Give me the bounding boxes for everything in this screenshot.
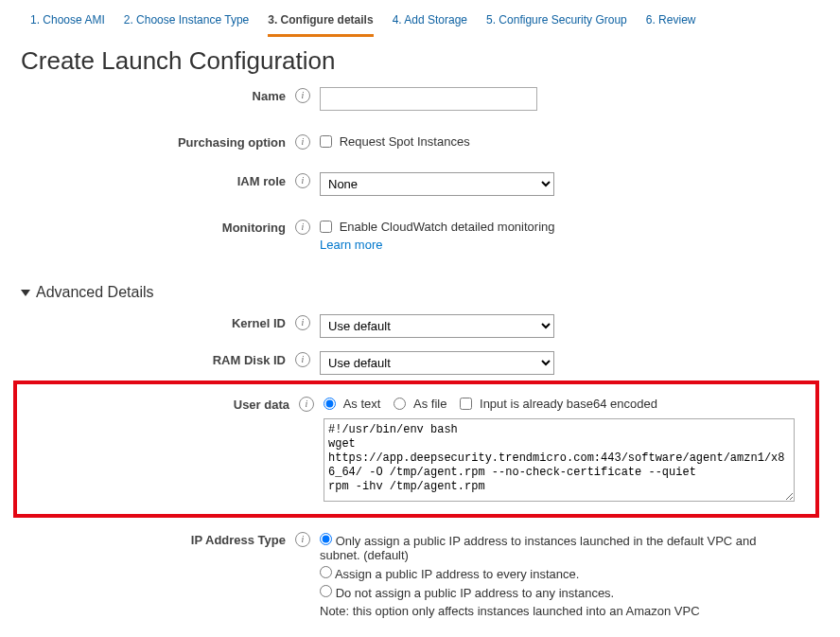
kernel-label: Kernel ID xyxy=(21,312,295,330)
advanced-heading-text: Advanced Details xyxy=(36,284,154,301)
purchasing-label: Purchasing option xyxy=(21,132,295,150)
info-icon[interactable]: i xyxy=(295,173,310,188)
step-review[interactable]: 6. Review xyxy=(646,8,696,37)
userdata-textarea[interactable] xyxy=(324,418,795,502)
kernel-select[interactable]: Use default xyxy=(320,314,554,338)
row-purchasing: Purchasing option i Request Spot Instanc… xyxy=(21,116,819,155)
iptype-radio-every[interactable] xyxy=(320,566,332,578)
row-linkvpc: Link to VPC i xyxy=(21,624,819,637)
userdata-highlight: User data i As text As file Input is alr… xyxy=(13,380,819,518)
info-icon[interactable]: i xyxy=(295,220,310,235)
info-icon[interactable]: i xyxy=(299,397,314,412)
learn-more-link[interactable]: Learn more xyxy=(320,238,382,252)
row-ramdisk: RAM Disk ID i Use default xyxy=(21,344,819,380)
step-configure-details[interactable]: 3. Configure details xyxy=(268,8,373,37)
step-choose-ami[interactable]: 1. Choose AMI xyxy=(30,8,105,37)
row-name: Name i xyxy=(21,80,819,116)
info-icon[interactable]: i xyxy=(295,315,310,330)
iptype-radio-default[interactable] xyxy=(320,533,332,545)
caret-down-icon[interactable] xyxy=(21,290,30,296)
row-kernel: Kernel ID i Use default xyxy=(21,307,819,344)
info-icon[interactable]: i xyxy=(295,134,310,150)
advanced-header[interactable]: Advanced Details xyxy=(0,265,840,307)
iptype-note: Note: this option only affects instances… xyxy=(320,602,793,618)
name-label: Name xyxy=(21,85,295,103)
row-iptype: IP Address Type i Only assign a public I… xyxy=(21,518,819,624)
iptype-radio-default-label: Only assign a public IP address to insta… xyxy=(320,534,757,562)
iam-label: IAM role xyxy=(21,170,295,188)
userdata-radio-file-label: As file xyxy=(413,397,446,411)
iptype-label: IP Address Type xyxy=(21,529,295,547)
page-title: Create Launch Configuration xyxy=(0,37,840,80)
basic-section: Name i Purchasing option i Request Spot … xyxy=(0,80,840,265)
spot-label: Request Spot Instances xyxy=(340,134,470,149)
step-add-storage[interactable]: 4. Add Storage xyxy=(393,8,467,37)
step-security-group[interactable]: 5. Configure Security Group xyxy=(486,8,627,37)
userdata-label: User data xyxy=(17,394,299,412)
ramdisk-label: RAM Disk ID xyxy=(21,349,295,367)
spot-checkbox[interactable] xyxy=(320,135,332,148)
advanced-section: Kernel ID i Use default RAM Disk ID i Us… xyxy=(0,307,840,637)
userdata-b64-label: Input is already base64 encoded xyxy=(480,397,657,411)
userdata-radio-file[interactable] xyxy=(394,398,406,410)
ramdisk-select[interactable]: Use default xyxy=(320,351,554,375)
userdata-radio-text-label: As text xyxy=(343,397,381,411)
monitoring-checkbox-label: Enable CloudWatch detailed monitoring xyxy=(340,220,555,234)
wizard-steps: 1. Choose AMI 2. Choose Instance Type 3.… xyxy=(0,0,840,37)
iptype-radio-none-label: Do not assign a public IP address to any… xyxy=(336,586,615,600)
userdata-b64-checkbox[interactable] xyxy=(460,398,472,410)
monitoring-checkbox[interactable] xyxy=(320,221,332,233)
name-input[interactable] xyxy=(320,87,537,111)
monitoring-label: Monitoring xyxy=(21,217,295,235)
row-monitoring: Monitoring i Enable CloudWatch detailed … xyxy=(21,202,819,257)
info-icon[interactable]: i xyxy=(295,88,310,103)
iptype-radio-none[interactable] xyxy=(320,585,332,597)
info-icon[interactable]: i xyxy=(295,352,310,367)
iptype-radio-every-label: Assign a public IP address to every inst… xyxy=(335,567,579,581)
step-choose-instance-type[interactable]: 2. Choose Instance Type xyxy=(124,8,250,37)
info-icon[interactable]: i xyxy=(295,532,310,547)
userdata-radio-text[interactable] xyxy=(324,398,336,410)
row-iam: IAM role i None xyxy=(21,155,819,202)
iam-select[interactable]: None xyxy=(320,172,554,196)
row-userdata: User data i As text As file Input is alr… xyxy=(17,388,812,510)
